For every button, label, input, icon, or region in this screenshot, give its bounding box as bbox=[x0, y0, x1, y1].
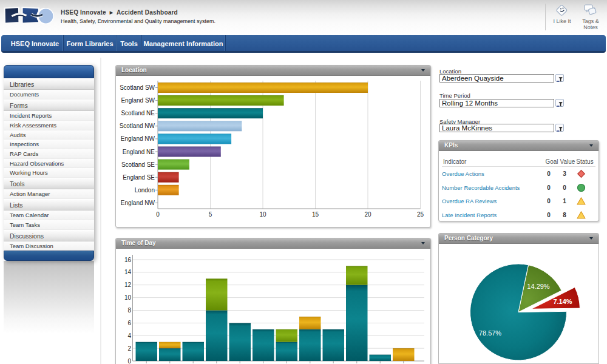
svg-text:7.14%: 7.14% bbox=[553, 298, 572, 305]
svg-text:England NW: England NW bbox=[121, 135, 155, 142]
svg-text:78.57%: 78.57% bbox=[479, 329, 502, 337]
svg-text:8: 8 bbox=[127, 307, 131, 314]
svg-text:5: 5 bbox=[209, 211, 212, 218]
svg-text:15: 15 bbox=[312, 211, 319, 218]
svg-text:0: 0 bbox=[127, 358, 131, 364]
svg-text:Scotland NW: Scotland NW bbox=[120, 123, 155, 129]
svg-text:14.29%: 14.29% bbox=[527, 283, 550, 290]
svg-text:England SE: England SE bbox=[123, 174, 155, 181]
svg-text:2: 2 bbox=[127, 345, 131, 352]
svg-text:Scotland SW: Scotland SW bbox=[120, 84, 155, 91]
svg-text:England NE: England NE bbox=[123, 149, 155, 155]
svg-text:London: London bbox=[135, 187, 155, 194]
svg-text:14: 14 bbox=[124, 269, 132, 275]
svg-text:Scotland NE: Scotland NE bbox=[121, 110, 155, 116]
svg-text:4: 4 bbox=[127, 332, 131, 339]
svg-text:0: 0 bbox=[156, 211, 160, 218]
svg-text:16: 16 bbox=[124, 257, 132, 263]
svg-text:25: 25 bbox=[417, 211, 424, 218]
svg-text:12: 12 bbox=[124, 281, 132, 288]
svg-text:Scotland SE: Scotland SE bbox=[121, 161, 155, 168]
svg-text:6: 6 bbox=[127, 320, 131, 326]
svg-text:20: 20 bbox=[364, 211, 371, 218]
svg-text:England SW: England SW bbox=[121, 97, 155, 104]
svg-text:England NW: England NW bbox=[121, 200, 155, 206]
svg-text:10: 10 bbox=[124, 294, 132, 301]
svg-text:10: 10 bbox=[259, 211, 266, 218]
